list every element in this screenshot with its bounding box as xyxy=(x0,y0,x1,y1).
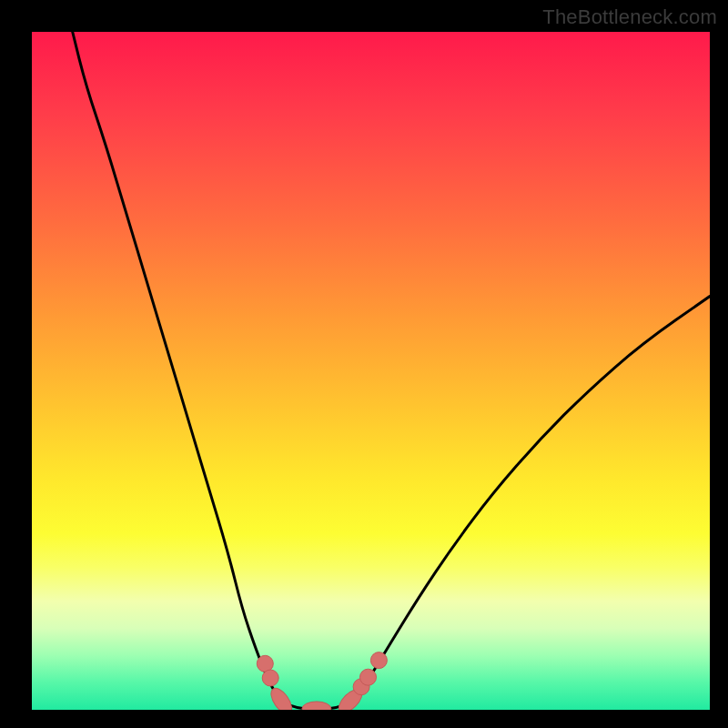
curve-marker xyxy=(267,685,295,710)
chart-frame: TheBottleneck.com xyxy=(0,0,728,728)
curve-marker xyxy=(360,669,377,685)
curve-path xyxy=(73,32,710,709)
marker-group xyxy=(257,652,387,710)
curve-marker xyxy=(302,702,331,710)
curve-marker xyxy=(370,652,387,669)
plot-area xyxy=(32,32,710,710)
curve-marker xyxy=(262,670,278,686)
bottleneck-curve xyxy=(73,32,710,709)
curve-layer xyxy=(32,32,710,710)
watermark-text: TheBottleneck.com xyxy=(542,5,717,29)
